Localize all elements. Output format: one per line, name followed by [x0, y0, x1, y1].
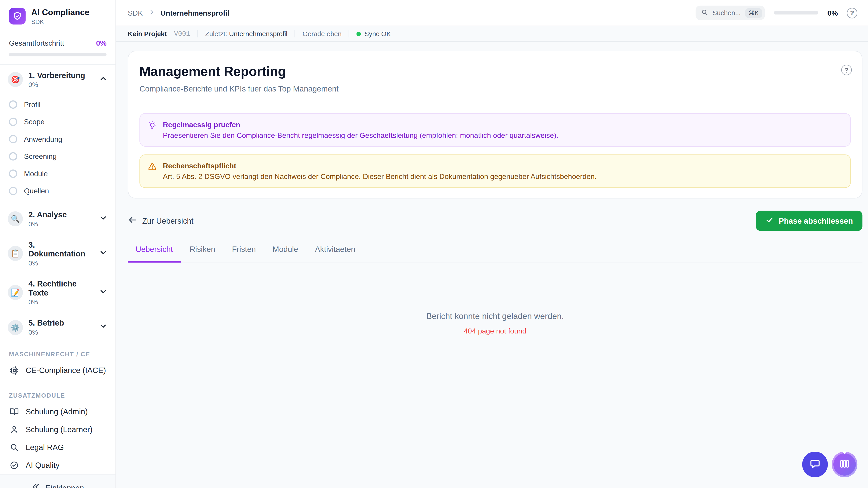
app-window: AI Compliance SDK Gesamtfortschritt 0% 🎯…	[0, 0, 868, 488]
phase-label: 2. Analyse	[29, 210, 93, 219]
sidebar-phase-vorbereitung[interactable]: 🎯 1. Vorbereitung 0%	[0, 64, 116, 94]
phase-label: 1. Vorbereitung	[29, 70, 93, 79]
target-icon: 🎯	[8, 72, 23, 87]
radio-icon	[9, 169, 17, 177]
back-to-overview-button[interactable]: Zur Uebersicht	[128, 215, 193, 226]
phase-steps: Profil Scope Anwendung Screening Module …	[0, 95, 116, 204]
step-label: Screening	[24, 152, 57, 160]
sidebar: AI Compliance SDK Gesamtfortschritt 0% 🎯…	[0, 0, 116, 488]
chevron-down-icon	[99, 322, 107, 333]
topbar: SDK Unternehmensprofil Suchen... ⌘K 0% ?	[116, 0, 868, 26]
overall-progress-label: Gesamtfortschritt	[9, 39, 64, 47]
search-placeholder: Suchen...	[712, 9, 741, 17]
sidebar-item-schulung-admin[interactable]: Schulung (Admin)	[0, 402, 116, 420]
tip-body: Praesentieren Sie den Compliance-Bericht…	[163, 131, 558, 139]
tab-fristen[interactable]: Fristen	[224, 245, 264, 263]
columns-icon	[839, 458, 850, 471]
sidebar-phase-analyse[interactable]: 🔍 2. Analyse 0%	[0, 204, 116, 234]
collapse-label: Einklappen	[45, 483, 84, 488]
breadcrumb: SDK Unternehmensprofil	[128, 8, 229, 17]
timestamp: Gerade eben	[303, 30, 342, 38]
sidebar-step-scope[interactable]: Scope	[0, 113, 116, 130]
last-edited: Zuletzt: Unternehmensprofil	[205, 30, 287, 38]
shield-check-icon	[9, 8, 26, 25]
sync-ok-dot	[357, 31, 361, 36]
collapse-sidebar-button[interactable]: Einklappen	[31, 482, 84, 488]
sidebar-item-legal-rag[interactable]: Legal RAG	[0, 438, 116, 456]
breadcrumb-current: Unternehmensprofil	[160, 8, 229, 17]
sidebar-step-profil[interactable]: Profil	[0, 96, 116, 113]
notification-dot	[843, 451, 846, 454]
sidebar-item-schulung-learner[interactable]: Schulung (Learner)	[0, 420, 116, 438]
last-edited-value: Unternehmensprofil	[229, 30, 287, 38]
radio-icon	[9, 187, 17, 195]
sidebar-phase-rechtliche-texte[interactable]: 📝 4. Rechtliche Texte 0%	[0, 273, 116, 312]
tab-bar: Uebersicht Risiken Fristen Module Aktivi…	[128, 245, 862, 263]
chevron-up-icon	[99, 74, 107, 85]
tip-title: Regelmaessig pruefen	[163, 121, 558, 129]
app-subtitle: SDK	[31, 18, 89, 25]
step-label: Quellen	[24, 187, 49, 195]
nav-label: AI Quality	[26, 461, 60, 469]
search-icon	[701, 8, 708, 18]
callouts: Regelmaessig pruefen Praesentieren Sie d…	[128, 104, 862, 198]
chevron-down-icon	[99, 287, 107, 298]
divider	[295, 30, 295, 37]
tab-uebersicht[interactable]: Uebersicht	[128, 245, 181, 263]
phase-label: 5. Betrieb	[29, 318, 93, 327]
search-input[interactable]: Suchen... ⌘K	[696, 6, 765, 20]
warning-triangle-icon	[148, 162, 157, 173]
radio-icon	[9, 118, 17, 126]
chevron-down-icon	[99, 248, 107, 259]
search-icon	[9, 442, 19, 452]
card-help-icon[interactable]: ?	[841, 65, 852, 75]
sidebar-footer: Einklappen Exportieren	[0, 474, 116, 488]
last-edited-label: Zuletzt:	[205, 30, 227, 38]
help-icon[interactable]: ?	[847, 7, 857, 18]
warning-title: Rechenschaftspflicht	[163, 162, 597, 170]
phase-percent: 0%	[29, 259, 93, 267]
app-title: AI Compliance	[31, 8, 89, 17]
complete-phase-button[interactable]: Phase abschliessen	[756, 211, 863, 231]
nav-label: Schulung (Admin)	[26, 407, 88, 416]
sidebar-item-ai-quality[interactable]: AI Quality	[0, 456, 116, 474]
nav-label: CE-Compliance (IACE)	[26, 366, 106, 375]
section-header-maschinenrecht: MASCHINENRECHT / CE	[0, 343, 116, 361]
step-label: Profil	[24, 100, 40, 108]
radio-icon	[9, 152, 17, 160]
page-title: Management Reporting	[140, 64, 851, 79]
chat-button[interactable]	[802, 452, 828, 478]
sidebar-phase-dokumentation[interactable]: 📋 3. Dokumentation 0%	[0, 234, 116, 273]
status-bar: Kein Projekt V001 Zuletzt: Unternehmensp…	[116, 26, 868, 42]
header-progress-bar	[774, 11, 818, 14]
breadcrumb-root[interactable]: SDK	[128, 8, 143, 17]
cpu-icon	[9, 365, 19, 375]
sidebar-step-anwendung[interactable]: Anwendung	[0, 130, 116, 148]
divider	[197, 30, 198, 37]
tab-module[interactable]: Module	[265, 245, 306, 263]
project-status: Kein Projekt	[128, 30, 167, 38]
tab-aktivitaeten[interactable]: Aktivitaeten	[307, 245, 363, 263]
nav-label: Legal RAG	[26, 443, 64, 452]
sidebar-item-ce-compliance[interactable]: CE-Compliance (IACE)	[0, 361, 116, 379]
header-progress-value: 0%	[827, 8, 838, 17]
lightbulb-icon	[148, 121, 157, 132]
magnifier-icon: 🔍	[8, 212, 23, 227]
panel-toggle-button[interactable]	[832, 452, 858, 478]
tab-risiken[interactable]: Risiken	[182, 245, 223, 263]
phase-percent: 0%	[29, 220, 93, 228]
phase-label: 3. Dokumentation	[29, 240, 93, 258]
complete-label: Phase abschliessen	[779, 217, 853, 225]
sidebar-step-module[interactable]: Module	[0, 165, 116, 182]
phase-percent: 0%	[29, 328, 93, 336]
divider	[349, 30, 349, 37]
sidebar-phase-betrieb[interactable]: ⚙️ 5. Betrieb 0%	[0, 312, 116, 342]
sidebar-step-quellen[interactable]: Quellen	[0, 182, 116, 199]
app-logo-row: AI Compliance SDK	[0, 0, 116, 32]
user-icon	[9, 424, 19, 434]
error-detail: 404 page not found	[464, 327, 526, 335]
check-icon	[765, 216, 774, 226]
overall-progress: Gesamtfortschritt 0%	[0, 32, 116, 64]
step-label: Anwendung	[24, 135, 62, 143]
sidebar-step-screening[interactable]: Screening	[0, 148, 116, 165]
